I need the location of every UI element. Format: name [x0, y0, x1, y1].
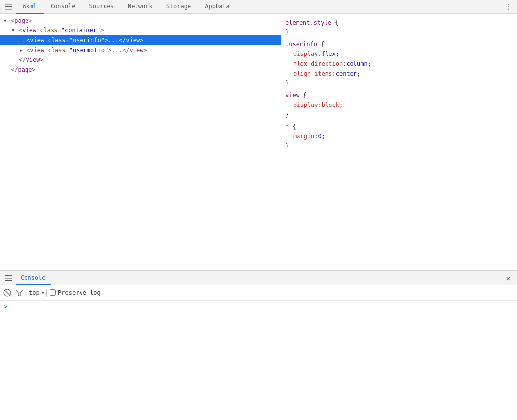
svg-line-7	[5, 291, 9, 295]
tab-console[interactable]: Console	[44, 0, 82, 14]
svg-rect-4	[5, 278, 12, 279]
main-content: <page> <view class="container"> <view cl…	[0, 14, 517, 271]
console-controls: top ▼ Preserve log	[0, 285, 517, 301]
console-close-button[interactable]: ✕	[501, 271, 515, 285]
svg-rect-2	[5, 9, 12, 10]
console-prompt: >	[4, 303, 513, 310]
dropdown-arrow-icon: ▼	[42, 290, 44, 295]
console-tab[interactable]: Console	[16, 271, 51, 285]
preserve-log-control[interactable]: Preserve log	[50, 289, 101, 296]
svg-rect-3	[5, 275, 12, 276]
console-panel: Console ✕ top ▼ Preserve log	[0, 271, 517, 420]
expand-arrow-usermotto[interactable]	[20, 48, 26, 52]
expand-arrow-container[interactable]	[12, 28, 18, 33]
tab-storage[interactable]: Storage	[160, 0, 198, 14]
svg-rect-0	[5, 4, 12, 5]
filter-icon[interactable]	[15, 289, 24, 297]
tab-sources[interactable]: Sources	[82, 0, 121, 14]
toolbar-right: ⋮	[501, 0, 515, 14]
wxml-panel: <page> <view class="container"> <view cl…	[0, 14, 281, 270]
tab-network[interactable]: Network	[121, 0, 160, 14]
main-toolbar: Wxml Console Sources Network Storage App…	[0, 0, 517, 14]
expand-arrow-userinfo[interactable]	[20, 38, 26, 43]
preserve-log-checkbox[interactable]	[50, 289, 56, 296]
css-userinfo-section: .userinfo { display:flex; flex-direction…	[285, 39, 513, 88]
tab-list: Wxml Console Sources Network Storage App…	[16, 0, 501, 14]
css-view-section: view { display:block; }	[285, 90, 513, 120]
tree-line-page-open[interactable]: <page>	[0, 16, 281, 26]
svg-rect-5	[5, 280, 12, 281]
clear-console-button[interactable]	[3, 289, 12, 297]
css-panel: element.style { } .userinfo { display:fl…	[281, 14, 517, 270]
tree-line-view-usermotto[interactable]: <view class="usermotto">...</view>	[0, 45, 281, 55]
console-toolbar: Console ✕	[0, 271, 517, 285]
tree-line-view-userinfo[interactable]: <view class="userinfo">...</view>	[0, 35, 281, 45]
more-options-icon[interactable]: ⋮	[501, 0, 515, 14]
context-dropdown[interactable]: top ▼	[27, 289, 47, 297]
tree-line-page-close[interactable]: </page>	[0, 65, 281, 75]
console-body[interactable]: >	[0, 301, 517, 420]
tab-wxml[interactable]: Wxml	[16, 0, 44, 14]
css-universal-section: * { margin:0; }	[285, 122, 513, 151]
tree-line-view-close[interactable]: </view>	[0, 55, 281, 65]
menu-icon[interactable]	[2, 0, 16, 14]
tab-appdata[interactable]: AppData	[198, 0, 237, 14]
svg-rect-1	[5, 6, 12, 7]
expand-arrow-page[interactable]	[4, 18, 10, 23]
console-menu-icon[interactable]	[2, 271, 16, 285]
tree-line-view-container[interactable]: <view class="container">	[0, 26, 281, 35]
svg-marker-8	[16, 290, 23, 296]
css-element-style-section: element.style { }	[285, 18, 513, 37]
